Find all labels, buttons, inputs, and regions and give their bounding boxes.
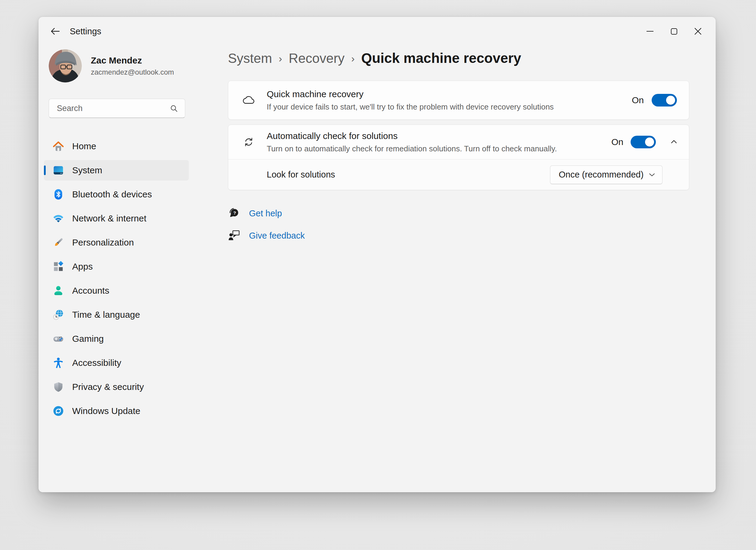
profile-text: Zac Mendez zacmendez@outlook.com [91,55,174,76]
sidebar-item-gaming[interactable]: Gaming [44,329,189,349]
setting-title: Automatically check for solutions [267,131,557,141]
toggle-state-label: On [611,137,623,147]
sidebar-item-network-internet[interactable]: Network & internet [44,208,189,229]
avatar [49,49,82,82]
sidebar-item-label: Windows Update [72,406,140,416]
dropdown-selected-value: Once (recommended) [559,170,644,180]
sidebar-item-label: System [72,165,102,175]
sidebar-item-accounts[interactable]: Accounts [44,281,189,301]
toggle-state-label: On [632,95,644,105]
cloud-icon [241,93,256,107]
feedback-person-icon [228,229,241,242]
close-button[interactable] [688,24,708,38]
sidebar-item-bluetooth-devices[interactable]: Bluetooth & devices [44,184,189,204]
sidebar-item-label: Privacy & security [72,382,144,392]
chevron-up-icon [670,138,678,146]
globe-clock-icon [52,308,65,321]
sidebar-item-label: Accounts [72,286,109,296]
breadcrumb-system[interactable]: System [228,51,272,66]
minimize-button[interactable] [640,24,660,38]
sidebar-item-personalization[interactable]: Personalization [44,232,189,253]
profile-name: Zac Mendez [91,55,174,66]
window-controls [640,17,716,46]
sidebar-item-apps[interactable]: Apps [44,256,189,277]
give-feedback-row: Give feedback [228,229,305,242]
look-for-solutions-dropdown[interactable]: Once (recommended) [550,165,662,184]
sidebar-item-label: Personalization [72,237,134,247]
sidebar-item-label: Home [72,141,96,151]
breadcrumb-separator-icon: › [345,53,361,64]
gamepad-icon [52,332,65,346]
sidebar-item-home[interactable]: Home [44,136,189,156]
search-icon [169,104,178,113]
help-bubble-icon: ? [228,207,241,220]
breadcrumb-recovery[interactable]: Recovery [289,51,345,66]
person-icon [52,284,65,297]
update-icon [52,404,65,418]
toggle-knob [666,96,675,105]
get-help-row: ? Get help [228,207,282,220]
minimize-icon [647,31,653,32]
auto-check-toggle[interactable] [631,136,656,148]
sidebar-item-label: Bluetooth & devices [72,189,152,199]
sidebar-item-accessibility[interactable]: Accessibility [44,353,189,373]
settings-window: Settings [38,17,716,492]
sidebar-item-privacy-security[interactable]: Privacy & security [44,377,189,397]
breadcrumb-separator-icon: › [272,53,289,64]
bluetooth-icon [52,188,65,201]
sidebar-item-label: Accessibility [72,358,121,368]
get-help-link[interactable]: Get help [249,208,282,218]
system-icon [52,164,65,177]
sidebar-item-system[interactable]: System [44,160,189,180]
sidebar: Zac Mendez zacmendez@outlook.com Home [44,47,189,425]
titlebar: Settings [38,17,716,46]
card-text: Automatically check for solutions Turn o… [267,131,557,153]
maximize-icon [671,28,677,35]
sidebar-item-label: Network & internet [72,213,146,223]
sync-icon [241,135,256,149]
page-title: Quick machine recovery [361,50,521,66]
sidebar-item-label: Gaming [72,334,104,344]
apps-icon [52,260,65,273]
desktop: Settings [0,0,756,550]
quick-machine-recovery-card: Quick machine recovery If your device fa… [228,81,689,120]
search-input[interactable] [49,104,169,113]
breadcrumb: System › Recovery › Quick machine recove… [228,50,521,66]
card-text: Quick machine recovery If your device fa… [267,89,554,112]
home-icon [52,140,65,153]
auto-check-card: Automatically check for solutions Turn o… [228,124,689,190]
give-feedback-link[interactable]: Give feedback [249,231,305,241]
sidebar-item-label: Apps [72,261,93,272]
look-for-solutions-label: Look for solutions [267,170,335,180]
setting-title: Quick machine recovery [267,89,554,99]
shield-icon [52,380,65,394]
close-icon [694,27,702,35]
setting-description: If your device fails to start, we'll try… [267,102,554,112]
quick-machine-recovery-toggle[interactable] [652,94,677,106]
accessibility-icon [52,356,65,370]
search-box [49,99,185,118]
collapse-expander-button[interactable] [667,135,681,149]
back-button[interactable] [48,23,63,39]
setting-description: Turn on to automatically check for remed… [267,144,557,153]
user-profile[interactable]: Zac Mendez zacmendez@outlook.com [49,49,189,82]
wifi-icon [52,212,65,225]
profile-email: zacmendez@outlook.com [91,68,174,76]
look-for-solutions-row: Look for solutions Once (recommended) [228,159,689,190]
svg-text:?: ? [233,210,236,215]
app-title: Settings [70,26,101,36]
toggle-knob [645,137,654,146]
sidebar-nav: Home System Bluetooth & devices [44,136,189,421]
paintbrush-icon [52,236,65,249]
sidebar-item-time-language[interactable]: Time & language [44,305,189,325]
chevron-down-icon [648,171,656,178]
back-arrow-icon [50,26,61,37]
sidebar-item-windows-update[interactable]: Windows Update [44,401,189,421]
sidebar-item-label: Time & language [72,310,140,320]
maximize-button[interactable] [664,24,684,38]
